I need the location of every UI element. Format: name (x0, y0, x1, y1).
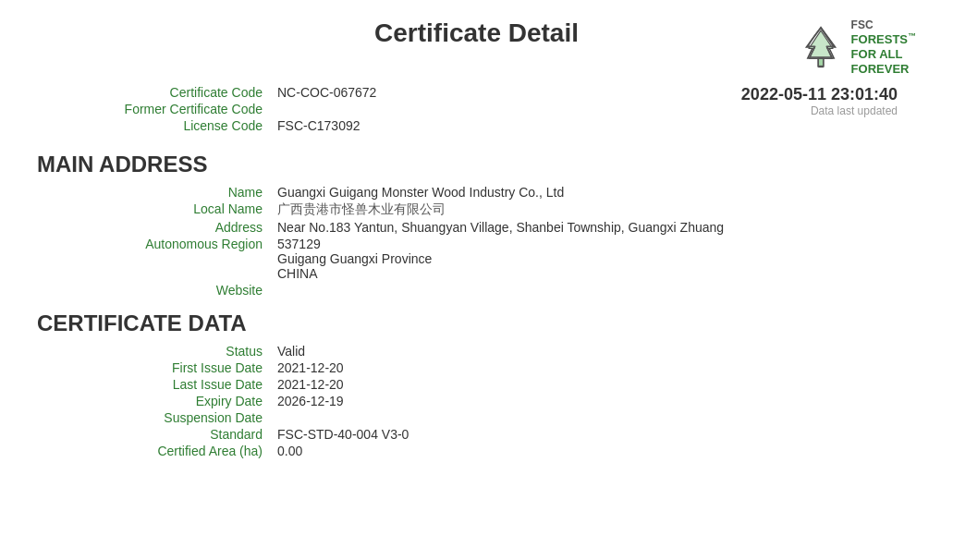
local-name-row: Local Name 广西贵港市怪兽木业有限公司 (92, 201, 916, 218)
certificate-info: Certificate Code NC-COC-067672 Former Ce… (92, 85, 376, 135)
suspension-date-label: Suspension Date (92, 410, 277, 425)
country: CHINA (277, 266, 432, 281)
standard-label: Standard (92, 427, 277, 442)
timestamp-value: 2022-05-11 23:01:40 (741, 85, 898, 104)
certificate-data-block: Status Valid First Issue Date 2021-12-20… (92, 344, 916, 458)
standard-value: FSC-STD-40-004 V3-0 (277, 427, 409, 442)
status-row: Status Valid (92, 344, 916, 359)
autonomous-region-label: Autonomous Region (92, 237, 277, 251)
standard-row: Standard FSC-STD-40-004 V3-0 (92, 427, 916, 442)
expiry-date-label: Expiry Date (92, 394, 277, 408)
status-label: Status (92, 344, 277, 359)
first-issue-date-label: First Issue Date (92, 360, 277, 375)
autonomous-region-row: Autonomous Region 537129 Guigang Guangxi… (92, 237, 916, 281)
address-block: Name Guangxi Guigang Monster Wood Indust… (92, 185, 916, 298)
main-address-heading: MAIN ADDRESS (37, 152, 916, 177)
suspension-date-row: Suspension Date (92, 410, 916, 425)
local-name-label: Local Name (92, 201, 277, 216)
certificate-code-value: NC-COC-067672 (277, 85, 376, 100)
name-value: Guangxi Guigang Monster Wood Industry Co… (277, 185, 564, 200)
certified-area-row: Certified Area (ha) 0.00 (92, 444, 916, 458)
last-issue-date-label: Last Issue Date (92, 377, 277, 392)
first-issue-date-row: First Issue Date 2021-12-20 (92, 360, 916, 375)
website-label: Website (92, 283, 277, 298)
former-certificate-code-label: Former Certificate Code (92, 102, 277, 116)
first-issue-date-value: 2021-12-20 (277, 360, 344, 375)
address-lines: Near No.183 Yantun, Shuangyan Village, S… (277, 220, 724, 235)
page-title: Certificate Detail (222, 18, 731, 48)
fsc-label: FSC (851, 18, 916, 31)
certified-area-value: 0.00 (277, 444, 302, 458)
expiry-date-row: Expiry Date 2026-12-19 (92, 394, 916, 408)
name-label: Name (92, 185, 277, 200)
last-issue-date-value: 2021-12-20 (277, 377, 344, 392)
city-province: Guigang Guangxi Province (277, 251, 432, 266)
name-row: Name Guangxi Guigang Monster Wood Indust… (92, 185, 916, 200)
header: Certificate Detail FSC (37, 18, 916, 76)
address-label: Address (92, 220, 277, 235)
postal-code: 537129 (277, 237, 432, 251)
local-name-value: 广西贵港市怪兽木业有限公司 (277, 201, 446, 218)
fsc-tree-icon (798, 24, 844, 70)
fsc-text-block: FSC FORESTS™ FOR ALL FOREVER (851, 18, 916, 76)
certificate-code-label: Certificate Code (92, 85, 277, 100)
fsc-tagline: FORESTS™ FOR ALL FOREVER (851, 31, 916, 76)
autonomous-region-lines: 537129 Guigang Guangxi Province CHINA (277, 237, 432, 281)
certified-area-label: Certified Area (ha) (92, 444, 277, 458)
status-value: Valid (277, 344, 305, 359)
timestamp-area: 2022-05-11 23:01:40 Data last updated (741, 85, 916, 117)
address-multiline-row: Address Near No.183 Yantun, Shuangyan Vi… (92, 220, 916, 235)
expiry-date-value: 2026-12-19 (277, 394, 344, 408)
fsc-logo: FSC FORESTS™ FOR ALL FOREVER (731, 18, 916, 76)
website-row: Website (92, 283, 916, 298)
data-updated-label: Data last updated (741, 104, 898, 117)
last-issue-date-row: Last Issue Date 2021-12-20 (92, 377, 916, 392)
license-code-row: License Code FSC-C173092 (92, 118, 376, 133)
certificate-data-heading: CERTIFICATE DATA (37, 310, 916, 336)
page-title-area: Certificate Detail (222, 18, 731, 48)
former-certificate-code-row: Former Certificate Code (92, 102, 376, 116)
certificate-code-row: Certificate Code NC-COC-067672 (92, 85, 376, 100)
license-code-label: License Code (92, 118, 277, 133)
address-line1: Near No.183 Yantun, Shuangyan Village, S… (277, 220, 724, 235)
license-code-value: FSC-C173092 (277, 118, 360, 133)
